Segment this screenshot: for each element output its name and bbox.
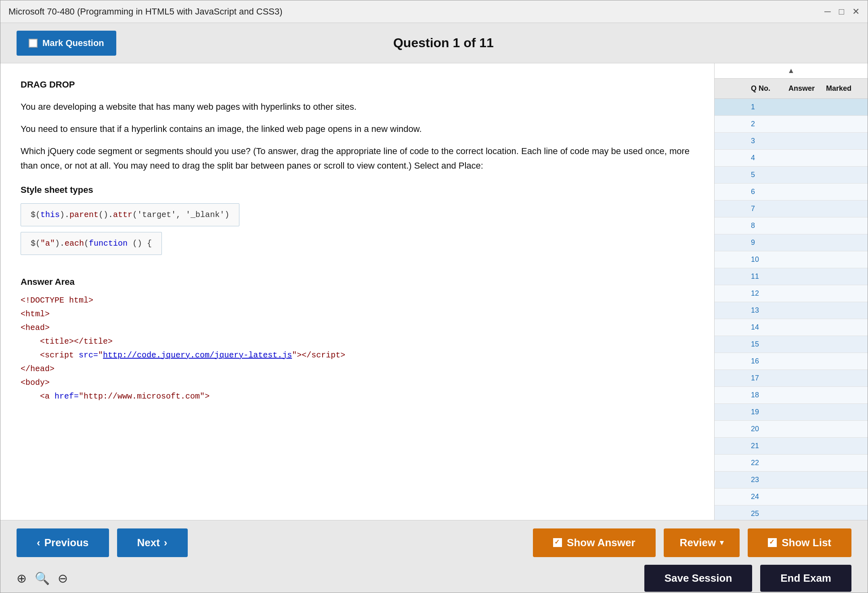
list-row[interactable]: 7	[715, 200, 868, 217]
question-number-13[interactable]: 13	[751, 306, 788, 315]
question-number-3[interactable]: 3	[751, 137, 788, 145]
list-row[interactable]: 13	[715, 302, 868, 319]
code-line-2: <html>	[21, 307, 694, 321]
list-row[interactable]: 18	[715, 387, 868, 404]
review-button[interactable]: Review ▾	[664, 528, 740, 557]
question-number-15[interactable]: 15	[751, 340, 788, 349]
question-content: DRAG DROP You are developing a website t…	[0, 63, 714, 520]
list-row[interactable]: 17	[715, 370, 868, 387]
question-type: DRAG DROP	[21, 79, 694, 90]
list-row[interactable]: 25	[715, 505, 868, 520]
show-list-button[interactable]: Show List	[748, 528, 851, 557]
question-number-12[interactable]: 12	[751, 289, 788, 298]
question-number-22[interactable]: 22	[751, 459, 788, 467]
list-row[interactable]: 10	[715, 251, 868, 268]
list-row[interactable]: 5	[715, 167, 868, 184]
bottom-row2: ⊕ 🔍 ⊖ Save Session End Exam	[0, 565, 868, 593]
drag-section-label: Style sheet types	[21, 185, 694, 195]
code-line-3: <head>	[21, 321, 694, 335]
zoom-in-icon[interactable]: ⊕	[17, 571, 27, 585]
code-line-5: <script src="http://code.jquery.com/jque…	[21, 349, 694, 362]
question-number-11[interactable]: 11	[751, 272, 788, 281]
main-area: DRAG DROP You are developing a website t…	[0, 63, 868, 520]
previous-button[interactable]: ‹ Previous	[17, 528, 109, 557]
code-line-7: <body>	[21, 376, 694, 390]
question-number-7[interactable]: 7	[751, 205, 788, 213]
scroll-up-arrow[interactable]: ▲	[715, 63, 868, 79]
window-controls: ─ □ ✕	[824, 6, 860, 17]
close-button[interactable]: ✕	[852, 6, 860, 17]
list-row[interactable]: 3	[715, 133, 868, 150]
zoom-reset-icon[interactable]: 🔍	[35, 571, 50, 585]
list-row[interactable]: 23	[715, 472, 868, 489]
question-number-1[interactable]: 1	[751, 103, 788, 111]
previous-chevron-icon: ‹	[37, 537, 40, 549]
save-session-button[interactable]: Save Session	[644, 565, 753, 592]
question-number-10[interactable]: 10	[751, 255, 788, 264]
bottom-buttons-row: ‹ Previous Next › Show Answer Review ▾ S…	[0, 520, 868, 565]
list-row[interactable]: 9	[715, 234, 868, 251]
previous-label: Previous	[44, 537, 89, 549]
show-answer-button[interactable]: Show Answer	[533, 528, 656, 557]
question-number-18[interactable]: 18	[751, 391, 788, 399]
question-number-5[interactable]: 5	[751, 171, 788, 179]
list-row[interactable]: 21	[715, 438, 868, 455]
list-row[interactable]: 15	[715, 336, 868, 353]
question-number-23[interactable]: 23	[751, 476, 788, 484]
zoom-out-icon[interactable]: ⊖	[58, 571, 68, 585]
save-session-label: Save Session	[665, 572, 732, 584]
code-line-4: <title></title>	[21, 335, 694, 349]
review-dropdown-icon: ▾	[720, 538, 723, 547]
question-number-16[interactable]: 16	[751, 357, 788, 365]
question-paragraph-3: Which jQuery code segment or segments sh…	[21, 144, 694, 172]
question-paragraph-2: You need to ensure that if a hyperlink c…	[21, 122, 694, 136]
list-row[interactable]: 16	[715, 353, 868, 370]
list-row[interactable]: 20	[715, 421, 868, 438]
list-row[interactable]: 2	[715, 116, 868, 133]
right-panel-header: Q No. Answer Marked	[715, 79, 868, 99]
question-number-14[interactable]: 14	[751, 323, 788, 332]
list-row[interactable]: 14	[715, 319, 868, 336]
question-number-4[interactable]: 4	[751, 154, 788, 162]
next-button[interactable]: Next ›	[117, 528, 188, 557]
answer-area: Answer Area <!DOCTYPE html> <html> <head…	[21, 277, 694, 403]
titlebar: Microsoft 70-480 (Programming in HTML5 w…	[0, 0, 868, 23]
right-panel: ▲ Q No. Answer Marked 1 2 3 4	[714, 63, 868, 520]
window-title: Microsoft 70-480 (Programming in HTML5 w…	[8, 6, 283, 17]
question-number-24[interactable]: 24	[751, 493, 788, 501]
list-row[interactable]: 24	[715, 489, 868, 505]
question-number-19[interactable]: 19	[751, 408, 788, 416]
list-row[interactable]: 4	[715, 150, 868, 167]
list-row[interactable]: 19	[715, 404, 868, 421]
next-label: Next	[137, 537, 160, 549]
minimize-button[interactable]: ─	[824, 6, 831, 17]
question-number-17[interactable]: 17	[751, 374, 788, 382]
question-number-8[interactable]: 8	[751, 221, 788, 230]
maximize-button[interactable]: □	[839, 6, 844, 17]
question-number-21[interactable]: 21	[751, 442, 788, 450]
question-number-6[interactable]: 6	[751, 188, 788, 196]
question-number-20[interactable]: 20	[751, 425, 788, 433]
header-bar: Mark Question Question 1 of 11	[0, 23, 868, 63]
list-row[interactable]: 22	[715, 455, 868, 472]
mark-question-button[interactable]: Mark Question	[17, 31, 116, 56]
code-line-8: <a href="http://www.microsoft.com">	[21, 390, 694, 403]
code-option-1[interactable]: $(this).parent().attr('target', '_blank'…	[21, 203, 239, 226]
end-exam-button[interactable]: End Exam	[760, 565, 851, 592]
question-number-9[interactable]: 9	[751, 238, 788, 247]
question-number-2[interactable]: 2	[751, 120, 788, 128]
list-row[interactable]: 11	[715, 268, 868, 285]
show-answer-label: Show Answer	[567, 537, 635, 549]
question-number-25[interactable]: 25	[751, 509, 788, 518]
code-line-6: </head>	[21, 362, 694, 376]
show-list-label: Show List	[782, 537, 831, 549]
answer-area-label: Answer Area	[21, 277, 694, 287]
list-row[interactable]: 12	[715, 285, 868, 302]
list-row[interactable]: 1	[715, 99, 868, 116]
code-option-2[interactable]: $("a").each(function () {	[21, 232, 162, 255]
end-exam-label: End Exam	[780, 572, 831, 584]
list-row[interactable]: 6	[715, 184, 868, 200]
list-row[interactable]: 8	[715, 217, 868, 234]
answer-code-block: <!DOCTYPE html> <html> <head> <title></t…	[21, 294, 694, 403]
review-label: Review	[680, 537, 716, 549]
